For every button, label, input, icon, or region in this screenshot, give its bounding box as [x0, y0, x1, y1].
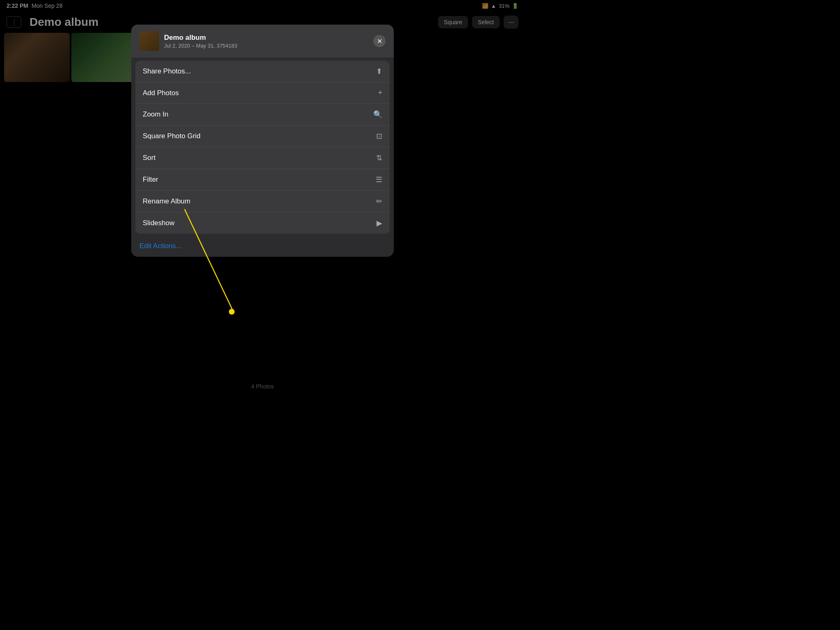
slideshow-icon: ▶: [377, 219, 382, 228]
sort-label: Sort: [143, 154, 155, 162]
square-grid-label: Square Photo Grid: [143, 132, 201, 140]
album-info: Demo album Jul 2, 2020 – May 31, 3754183: [164, 34, 373, 49]
slideshow-label: Slideshow: [143, 219, 175, 227]
menu-item-zoom[interactable]: Zoom In 🔍: [135, 104, 390, 126]
menu-item-rename[interactable]: Rename Album ✏: [135, 191, 390, 212]
album-date: Jul 2, 2020 – May 31, 3754183: [164, 43, 373, 49]
edit-actions-link[interactable]: Edit Actions...: [131, 237, 394, 257]
add-photos-label: Add Photos: [143, 89, 179, 97]
menu-item-filter[interactable]: Filter ☰: [135, 169, 390, 191]
zoom-icon: 🔍: [373, 110, 382, 119]
close-button[interactable]: ✕: [373, 35, 386, 47]
zoom-in-label: Zoom In: [143, 110, 168, 119]
menu-item-sort[interactable]: Sort ⇅: [135, 147, 390, 169]
menu-section: Share Photos... ⬆ Add Photos + Zoom In 🔍…: [135, 61, 390, 234]
share-icon: ⬆: [376, 67, 382, 76]
filter-label: Filter: [143, 176, 158, 184]
add-icon: +: [378, 89, 382, 97]
modal-sheet: Demo album Jul 2, 2020 – May 31, 3754183…: [131, 25, 394, 257]
menu-item-slideshow[interactable]: Slideshow ▶: [135, 212, 390, 234]
share-photos-label: Share Photos...: [143, 67, 191, 75]
filter-icon: ☰: [376, 175, 382, 184]
menu-item-square[interactable]: Square Photo Grid ⊡: [135, 126, 390, 147]
grid-icon: ⊡: [376, 132, 382, 141]
album-thumbnail: [139, 31, 159, 51]
rename-album-label: Rename Album: [143, 197, 190, 205]
rename-icon: ✏: [376, 197, 382, 206]
album-title: Demo album: [164, 34, 373, 42]
menu-item-add[interactable]: Add Photos +: [135, 82, 390, 104]
modal-header: Demo album Jul 2, 2020 – May 31, 3754183…: [131, 25, 394, 57]
sort-icon: ⇅: [376, 153, 382, 162]
menu-item-share[interactable]: Share Photos... ⬆: [135, 61, 390, 82]
